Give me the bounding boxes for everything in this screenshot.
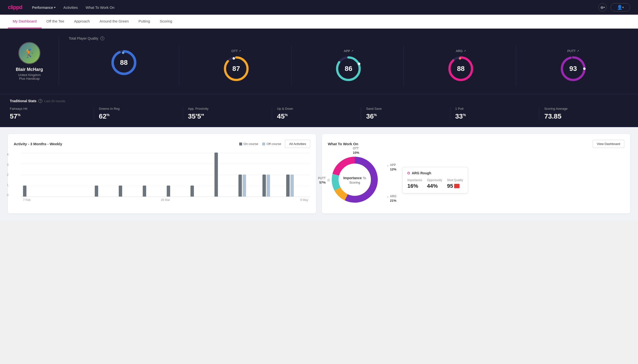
bar-on-course-11 [286,174,290,196]
main-nav: clippd Performance ▾ Activities What To … [0,0,638,15]
activity-panel-header: Activity - 3 Months - Weekly On course O… [14,140,310,148]
arg-value: 88 [457,65,465,72]
putt-dot-indicator [327,178,330,182]
opportunity-col: Opportunity 44% [427,178,442,189]
activity-legend: On course Off course [239,142,281,146]
bar-on-course-6 [167,186,170,196]
putt-seg-label: PUTT [318,176,326,180]
y-label-4: 4 [7,153,9,156]
app-donut: 86 [335,55,362,82]
view-dashboard-button[interactable]: View Dashboard [593,140,624,148]
quality-total: 88 [69,45,179,86]
arg-seg-label: ARG [390,194,396,198]
chart-bars [21,153,310,197]
bar-group-8 [215,152,237,196]
total-dot [122,52,124,54]
profile-country: United Kingdom [18,73,41,77]
arg-seg-value: 21% [390,199,396,202]
arg-donut: 88 [447,55,474,82]
bar-group-6 [167,186,189,196]
putt-value: 93 [569,65,577,72]
quality-section: Total Player Quality ? 88 [69,36,628,86]
shot-quality-col: Shot Quality 95 [447,178,463,189]
quality-title: Total Player Quality ? [69,36,628,40]
putt-donut: 93 [560,55,587,82]
stat-up-and-down: Up & Down 45% [272,107,361,120]
app-value: 86 [345,65,352,72]
nav-what-to-work-on[interactable]: What To Work On [86,6,115,10]
activity-panel-title: Activity - 3 Months - Weekly [14,142,62,146]
off-course-dot [262,142,265,146]
tab-approach[interactable]: Approach [69,15,95,28]
hero-section: 🏌️ Blair McHarg United Kingdom Plus Hand… [0,28,638,94]
tab-off-the-tee[interactable]: Off the Tee [42,15,69,28]
bar-on-course-3 [95,186,98,196]
stat-fairways-hit-label: Fairways Hit [10,107,89,110]
bar-on-course-7 [190,186,194,196]
info-card-grid: Importance 16% Opportunity 44% Shot Qual… [407,178,463,189]
stat-up-and-down-label: Up & Down [277,107,356,110]
trad-stats-info-icon[interactable]: ? [39,99,42,103]
putt-seg-value: 57% [319,181,326,184]
trad-stats-grid: Fairways Hit 57% Greens In Reg 62% App. … [10,107,628,120]
stat-app-proximity-label: App. Proximity [188,107,267,110]
legend-on-course: On course [239,142,258,146]
app-dot-indicator [386,164,389,167]
x-label-mar: 28 Mar [161,198,170,202]
stat-1-putt-value: 33% [455,112,534,120]
importance-label: Importance [407,178,422,182]
activity-chart: 4 3 2 1 0 7 Feb 28 Mar 9 May [14,153,310,202]
bar-group-9 [239,174,261,196]
quality-arg: ARG ↗ 88 [406,45,516,86]
tab-my-dashboard[interactable]: My Dashboard [8,15,42,28]
nav-right: ⊕ ▾ 👤 ▾ [598,3,630,12]
arg-label: ARG ↗ [456,49,466,53]
ott-seg-label: OTT [353,147,359,150]
stat-greens-in-reg: Greens In Reg 62% [94,107,183,120]
bar-on-course-10 [263,174,266,196]
quality-circles: 88 OTT ↗ 87 [69,45,628,86]
importance-col: Importance 16% [407,178,422,189]
quality-app: APP ↗ 86 [294,45,404,86]
quality-info-icon[interactable]: ? [100,36,104,40]
ott-label: OTT ↗ [231,49,241,53]
tab-around-the-green[interactable]: Around the Green [95,15,134,28]
app-label: APP ↗ [344,49,353,53]
y-label-3: 3 [7,163,9,166]
y-label-2: 2 [7,173,9,176]
bottom-panels: Activity - 3 Months - Weekly On course O… [0,127,638,220]
total-donut: 88 [110,49,137,76]
stat-1-putt-label: 1 Putt [455,107,534,110]
all-activities-button[interactable]: All Activities [285,140,310,148]
bar-on-course-0 [23,186,27,196]
profile-name: Blair McHarg [16,67,43,72]
putt-label: PUTT ↗ [567,49,579,53]
add-button[interactable]: ⊕ ▾ [598,3,607,12]
logo: clippd [8,4,22,10]
off-course-label: Off course [267,142,281,146]
stat-sand-save-value: 36% [366,112,445,120]
arg-dot-indicator [386,196,389,198]
arg-label-ext: ARG 21% [390,194,396,203]
user-avatar-button[interactable]: 👤 ▾ [610,3,630,12]
tab-putting[interactable]: Putting [134,15,155,28]
bar-on-course-5 [143,186,146,196]
nav-performance[interactable]: Performance ▾ [32,6,56,10]
nav-links: Performance ▾ Activities What To Work On [32,6,598,10]
bar-group-4 [119,186,141,196]
quality-putt: PUTT ↗ 93 [518,45,628,86]
bar-empty-1 [47,196,50,196]
nav-activities[interactable]: Activities [63,6,78,10]
arg-arrow-icon: ↗ [464,50,466,52]
wtwo-donut-container: Importance To Scoring PUTT 57% OTT 10% A… [328,153,382,208]
bar-empty-2 [71,196,74,196]
opportunity-value: 44% [427,183,442,189]
stat-fairways-hit: Fairways Hit 57% [10,107,94,120]
trad-stats-section: Traditional Stats ? Last 20 rounds Fairw… [0,94,638,127]
bar-on-course-8 [215,152,218,196]
tab-scoring[interactable]: Scoring [155,15,177,28]
bar-off-course-10 [267,174,270,196]
donut-center-line1: Importance [343,176,362,180]
shot-quality-value: 95 [447,183,463,189]
app-seg-label: APP [390,163,396,167]
